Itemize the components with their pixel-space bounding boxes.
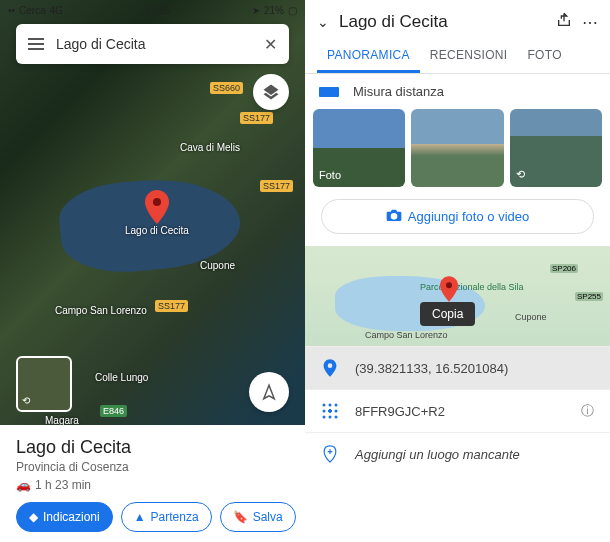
svg-point-5 [323, 410, 326, 413]
network-label: 4G [50, 5, 63, 16]
collapse-icon[interactable]: ⌄ [317, 14, 329, 30]
carrier-label: Cerca [19, 5, 46, 16]
button-label: Aggiungi foto o video [408, 209, 529, 224]
location-icon: ➤ [252, 5, 260, 16]
map-place-label: Cupone [200, 260, 235, 271]
menu-icon[interactable] [28, 38, 44, 50]
camera-icon [386, 208, 402, 225]
more-icon[interactable]: ⋯ [582, 13, 598, 32]
svg-point-1 [446, 282, 452, 288]
svg-point-0 [153, 198, 161, 206]
svg-point-9 [335, 416, 338, 419]
copy-tooltip[interactable]: Copia [420, 302, 475, 326]
plus-code-text: 8FFR9GJC+R2 [355, 404, 565, 419]
ruler-icon [319, 87, 339, 97]
coordinates-text: (39.3821133, 16.5201084) [355, 361, 594, 376]
place-subtitle: Provincia di Cosenza [16, 460, 289, 474]
share-icon[interactable] [556, 12, 572, 32]
button-label: Partenza [151, 510, 199, 524]
layers-button[interactable] [253, 74, 289, 110]
tab-photos[interactable]: FOTO [517, 40, 571, 73]
svg-point-2 [323, 404, 326, 407]
map-place-label: Campo San Lorenzo [55, 305, 147, 316]
add-place-icon [321, 445, 339, 463]
car-icon: 🚗 [16, 478, 31, 492]
map-place-label: Cava di Melis [180, 142, 240, 153]
signal-icon: •• [8, 5, 15, 16]
plus-code-row[interactable]: 8FFR9GJC+R2 ⓘ [305, 389, 610, 432]
tab-overview[interactable]: PANORAMICA [317, 40, 420, 73]
mini-road-label: SP255 [575, 292, 603, 301]
search-bar[interactable]: Lago di Cecita ✕ [16, 24, 289, 64]
directions-button[interactable]: ◆ Indicazioni [16, 502, 113, 532]
info-icon[interactable]: ⓘ [581, 402, 594, 420]
photo-label: Foto [319, 169, 341, 181]
photo-card[interactable]: ⟲ [510, 109, 602, 187]
svg-point-7 [323, 416, 326, 419]
road-label: SS660 [210, 82, 243, 94]
road-label: E846 [100, 405, 127, 417]
coordinates-row[interactable]: (39.3821133, 16.5201084) [305, 346, 610, 389]
road-label: SS177 [155, 300, 188, 312]
measure-label: Misura distanza [353, 84, 444, 99]
road-label: SS177 [240, 112, 273, 124]
navigation-arrow-icon [260, 383, 278, 401]
add-photo-button[interactable]: Aggiungi foto o video [321, 199, 594, 234]
svg-point-4 [335, 404, 338, 407]
road-label: SS177 [260, 180, 293, 192]
svg-point-8 [329, 416, 332, 419]
photo-card[interactable]: Foto [313, 109, 405, 187]
bookmark-icon: 🔖 [233, 510, 248, 524]
button-label: Indicazioni [43, 510, 100, 524]
battery-label: 21% [264, 5, 284, 16]
measure-distance-row[interactable]: Misura distanza [305, 74, 610, 109]
map-place-label: Colle Lungo [95, 372, 148, 383]
plus-code-icon [321, 403, 339, 419]
map-pin[interactable] [145, 190, 169, 228]
navigation-icon: ▲ [134, 510, 146, 524]
battery-icon: ▢ [288, 5, 297, 16]
svg-point-3 [329, 404, 332, 407]
add-missing-place-row[interactable]: Aggiungi un luogo mancante [305, 432, 610, 475]
layers-icon [262, 83, 280, 101]
photo-card[interactable] [411, 109, 503, 187]
view360-icon: ⟲ [516, 168, 525, 181]
location-pin-icon [321, 359, 339, 377]
svg-point-6 [335, 410, 338, 413]
mini-map-label: Campo San Lorenzo [365, 330, 448, 340]
mini-map-label: Parco nazionale della Sila [420, 282, 524, 292]
panel-title: Lago di Cecita [339, 12, 546, 32]
mini-map[interactable]: Parco nazionale della Sila Cupone Campo … [305, 246, 610, 346]
recenter-button[interactable] [249, 372, 289, 412]
tab-reviews[interactable]: RECENSIONI [420, 40, 518, 73]
mini-road-label: SP206 [550, 264, 578, 273]
mini-map-label: Cupone [515, 312, 547, 322]
save-button[interactable]: 🔖 Salva [220, 502, 296, 532]
travel-time: 1 h 23 min [35, 478, 91, 492]
add-missing-label: Aggiungi un luogo mancante [355, 447, 594, 462]
search-input[interactable]: Lago di Cecita [56, 36, 252, 52]
view360-icon: ⟲ [22, 395, 30, 406]
directions-icon: ◆ [29, 510, 38, 524]
start-button[interactable]: ▲ Partenza [121, 502, 212, 532]
photo-thumbnail[interactable]: ⟲ [16, 356, 72, 412]
button-label: Salva [253, 510, 283, 524]
clock: 11:55 [145, 5, 170, 16]
place-title: Lago di Cecita [16, 437, 289, 458]
clear-search-icon[interactable]: ✕ [264, 35, 277, 54]
place-sheet[interactable]: Lago di Cecita Provincia di Cosenza 🚗 1 … [0, 425, 305, 542]
